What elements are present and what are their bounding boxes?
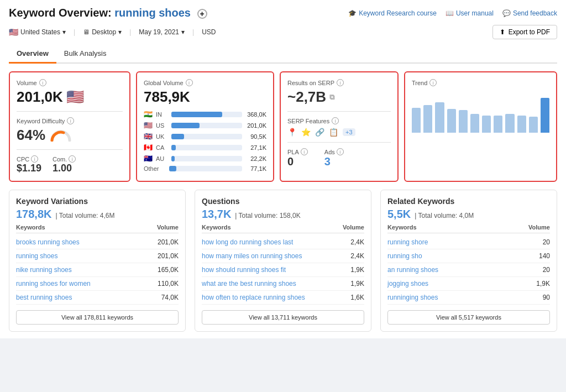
trend-bar-3 bbox=[435, 102, 444, 133]
list-item: how often to replace running shoes 1,6K bbox=[202, 291, 364, 305]
device-chevron-icon: ▾ bbox=[118, 28, 122, 36]
trend-bar-12 bbox=[541, 98, 549, 133]
question-link[interactable]: what are the best running shoes bbox=[202, 280, 296, 288]
manual-link[interactable]: 📖 User manual bbox=[446, 9, 494, 17]
tab-bulk-analysis[interactable]: Bulk Analysis bbox=[56, 45, 114, 64]
device-selector[interactable]: 🖥 Desktop ▾ bbox=[83, 28, 122, 36]
list-item: brooks running shoes 201,0K bbox=[16, 236, 179, 249]
country-list: 🇮🇳 IN 368,0K 🇺🇸 US 201,0K 🇬🇧 UK 90,5K bbox=[144, 110, 266, 172]
tab-overview[interactable]: Overview bbox=[9, 45, 56, 64]
cpc-item: CPC i $1.19 bbox=[17, 155, 41, 174]
serp-info-icon[interactable]: i bbox=[337, 79, 344, 86]
q-table-header: Keywords Volume bbox=[202, 224, 364, 233]
trend-chart bbox=[412, 88, 549, 133]
trend-label: Trend i bbox=[412, 79, 549, 86]
serp-features-icons: 📍 ⭐ 🔗 📋 +3 bbox=[287, 128, 391, 137]
question-link[interactable]: how long do running shoes last bbox=[202, 238, 293, 246]
difficulty-info-icon[interactable]: i bbox=[67, 117, 74, 124]
question-link[interactable]: how often to replace running shoes bbox=[202, 294, 305, 301]
add-keyword-icon[interactable]: + bbox=[197, 9, 207, 19]
keyword-variations-count: 178,8K bbox=[16, 208, 52, 220]
volume-label: Volume i bbox=[17, 79, 123, 86]
difficulty-value: 64% bbox=[17, 127, 45, 144]
related-link[interactable]: jogging shoes bbox=[387, 280, 428, 288]
trend-card: Trend i bbox=[404, 71, 557, 182]
keyword-link[interactable]: nike running shoes bbox=[16, 266, 72, 274]
related-link[interactable]: running shore bbox=[387, 238, 428, 246]
view-all-rk-button[interactable]: View all 5,517 keywords bbox=[387, 310, 550, 325]
keyword-link[interactable]: brooks running shoes bbox=[16, 238, 80, 246]
feedback-link[interactable]: 💬 Send feedback bbox=[502, 9, 557, 17]
course-icon: 🎓 bbox=[348, 9, 357, 17]
serp-card: Results on SERP i ~2,7B ⧉ SERP Features … bbox=[280, 71, 399, 182]
view-all-q-button[interactable]: View all 13,711 keywords bbox=[202, 310, 364, 325]
list-item: what are the best running shoes 1,9K bbox=[202, 277, 364, 291]
copy-icon[interactable]: ⧉ bbox=[329, 93, 334, 102]
manual-icon: 📖 bbox=[446, 9, 454, 17]
ads-info-icon[interactable]: i bbox=[337, 148, 344, 155]
trend-bar-5 bbox=[459, 110, 468, 133]
course-link[interactable]: 🎓 Keyword Research course bbox=[348, 9, 437, 17]
com-item: Com. i 1.00 bbox=[53, 155, 76, 174]
serp-features-info-icon[interactable]: i bbox=[332, 117, 339, 124]
serp-value: ~2,7B ⧉ bbox=[287, 88, 391, 106]
trend-bar-2 bbox=[423, 105, 432, 133]
questions-title: Questions bbox=[202, 197, 364, 206]
other-row: Other 77,1K bbox=[144, 165, 266, 172]
list-item: how should running shoes fit 1,9K bbox=[202, 263, 364, 277]
list-item: running shoes for women 110,0K bbox=[16, 277, 179, 291]
keyword-link[interactable]: running shoes for women bbox=[16, 280, 91, 288]
trend-bar-7 bbox=[482, 116, 491, 133]
view-all-kv-button[interactable]: View all 178,811 keywords bbox=[16, 310, 179, 325]
kv-table-header: Keywords Volume bbox=[16, 224, 179, 233]
question-link[interactable]: how many miles on running shoes bbox=[202, 252, 302, 260]
serp-features-label: SERP Features i bbox=[287, 117, 391, 124]
question-link[interactable]: how should running shoes fit bbox=[202, 266, 286, 274]
rk-table-header: Keywords Volume bbox=[387, 224, 550, 233]
serp-label: Results on SERP i bbox=[287, 79, 391, 86]
currency-label: USD bbox=[202, 28, 216, 36]
cpc-info-icon[interactable]: i bbox=[31, 155, 38, 163]
volume-flag: 🇺🇸 bbox=[66, 88, 84, 106]
volume-info-icon[interactable]: i bbox=[39, 79, 46, 86]
country-row-uk: 🇬🇧 UK 90,5K bbox=[144, 132, 266, 140]
cpc-value: $1.19 bbox=[17, 163, 41, 174]
difficulty-arc-chart bbox=[50, 129, 72, 142]
related-keywords-section: Related Keywords 5,5K | Total volume: 4,… bbox=[380, 190, 557, 332]
ads-value: 3 bbox=[324, 155, 344, 168]
list-item: how many miles on running shoes 2,4K bbox=[202, 249, 364, 263]
link-icon: 🔗 bbox=[315, 128, 324, 137]
list-item: nike running shoes 165,0K bbox=[16, 263, 179, 277]
trend-bar-10 bbox=[517, 116, 526, 133]
list-item: running shoes 201,0K bbox=[16, 249, 179, 263]
related-link[interactable]: an running shoes bbox=[387, 266, 438, 274]
export-button[interactable]: ⬆ Export to PDF bbox=[492, 25, 557, 39]
com-info-icon[interactable]: i bbox=[69, 155, 76, 163]
country-row-in: 🇮🇳 IN 368,0K bbox=[144, 110, 266, 118]
volume-value: 201,0K 🇺🇸 bbox=[17, 88, 123, 106]
questions-count: 13,7K bbox=[202, 208, 231, 220]
country-row-ca: 🇨🇦 CA 27,1K bbox=[144, 143, 266, 151]
keyword-link[interactable]: running shoes bbox=[16, 252, 57, 260]
related-link[interactable]: running sho bbox=[387, 252, 422, 260]
list-item: an running shoes 20 bbox=[387, 263, 550, 277]
header-nav: 🎓 Keyword Research course 📖 User manual … bbox=[348, 9, 557, 17]
pla-info-icon[interactable]: i bbox=[301, 148, 308, 155]
pla-item: PLA i 0 bbox=[287, 148, 308, 168]
difficulty-label: Keyword Difficulty i bbox=[17, 117, 123, 124]
global-info-icon[interactable]: i bbox=[186, 79, 193, 86]
global-volume-card: Global Volume i 785,9K 🇮🇳 IN 368,0K 🇺🇸 U… bbox=[136, 71, 274, 182]
list-item: running sho 140 bbox=[387, 249, 550, 263]
trend-info-icon[interactable]: i bbox=[429, 79, 437, 86]
date-selector[interactable]: May 19, 2021 ▾ bbox=[139, 28, 185, 36]
ads-item: Ads i 3 bbox=[324, 148, 344, 168]
trend-bar-6 bbox=[470, 114, 479, 133]
related-link[interactable]: runninging shoes bbox=[387, 294, 438, 301]
keyword-link[interactable]: best running shoes bbox=[16, 294, 72, 301]
country-selector[interactable]: 🇺🇸 United States ▾ bbox=[9, 28, 66, 36]
date-chevron-icon: ▾ bbox=[181, 28, 185, 36]
page-title: Keyword Overview: running shoes + bbox=[9, 7, 207, 19]
plus-badge: +3 bbox=[343, 128, 355, 136]
trend-bar-1 bbox=[412, 108, 421, 133]
com-value: 1.00 bbox=[53, 163, 76, 174]
